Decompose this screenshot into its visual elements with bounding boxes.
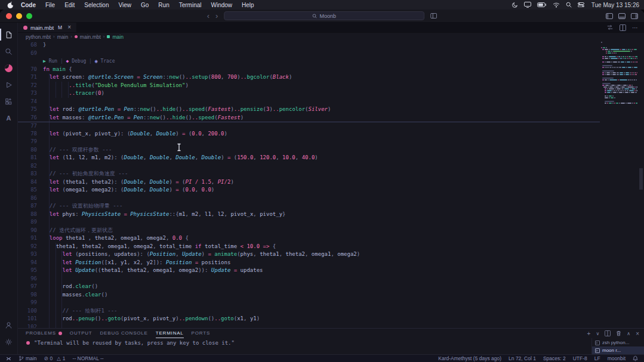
minimap-line	[601, 86, 637, 88]
line-number: 81	[18, 154, 43, 162]
menu-code[interactable]: Code	[16, 2, 41, 8]
line-number: 77	[18, 122, 43, 130]
spotlight-icon[interactable]	[566, 2, 572, 8]
toggle-panel-icon[interactable]	[618, 13, 625, 19]
split-editor-icon[interactable]	[620, 24, 626, 31]
menu-view[interactable]: View	[114, 2, 137, 8]
close-tab-icon[interactable]: ×	[67, 24, 71, 30]
control-center-icon[interactable]	[578, 2, 584, 7]
problems-status[interactable]: ⊘0 △1	[44, 355, 65, 361]
codelens-run[interactable]: Run	[46, 58, 57, 64]
sidebar-item-testing[interactable]: A	[0, 110, 18, 126]
terminal-list-item[interactable]: zsh python...	[592, 339, 644, 346]
code-row: 97rod.clear()	[18, 283, 600, 291]
tab-main-mbt[interactable]: main.mbt M ×	[18, 23, 77, 32]
minimize-window-button[interactable]	[16, 13, 22, 19]
breadcrumb-symbol[interactable]: main	[112, 34, 123, 40]
eol-status[interactable]: LF	[594, 355, 600, 361]
minimap-line	[601, 78, 637, 79]
editor-scrollbar[interactable]	[638, 41, 644, 328]
activity-bar: A	[0, 23, 18, 354]
menu-terminal[interactable]: Terminal	[174, 2, 207, 8]
command-decoration-icon[interactable]	[26, 341, 30, 345]
panel-tab-output[interactable]: OUTPUT	[70, 329, 93, 338]
layout-grid-icon[interactable]	[430, 13, 437, 18]
settings-button[interactable]	[0, 334, 18, 349]
code-row: 93let (positions, updates): (Position, U…	[18, 250, 600, 259]
line-number: 72	[18, 82, 43, 90]
panel-tab-ports[interactable]: PORTS	[192, 329, 210, 338]
wifi-icon[interactable]	[553, 2, 560, 8]
panel-tab-debug-console[interactable]: DEBUG CONSOLE	[100, 329, 148, 338]
code-lines[interactable]: 68}69▶ Run | ◆ Debug | ◉ Trace70fn main …	[18, 41, 600, 328]
zoom-window-button[interactable]	[26, 13, 32, 19]
command-center-search[interactable]: Moonb	[224, 11, 424, 20]
code-row: 87// --- 设置初始物理量 ---	[18, 202, 600, 211]
maximize-panel-icon[interactable]: ∧	[627, 331, 630, 336]
breadcrumb-folder[interactable]: python.mbt	[26, 34, 51, 40]
code-row: 100// --- 绘制杆1 ---	[18, 307, 600, 315]
more-actions-icon[interactable]: ⋯	[632, 24, 638, 31]
toggle-secondary-sidebar-icon[interactable]	[631, 13, 638, 19]
toggle-sidebar-icon[interactable]	[606, 13, 613, 19]
minimap[interactable]	[600, 41, 638, 328]
menu-selection[interactable]: Selection	[79, 2, 113, 8]
menu-go[interactable]: Go	[136, 2, 153, 8]
symbol-function-icon	[107, 35, 110, 38]
sidebar-item-run-debug[interactable]	[0, 77, 18, 92]
display-icon[interactable]	[524, 2, 531, 8]
split-terminal-icon[interactable]	[605, 330, 611, 336]
battery-icon[interactable]	[537, 2, 547, 7]
git-blame-status[interactable]: Kard-Amethyst (5 days ago)	[438, 355, 501, 361]
codelens-debug[interactable]: Debug	[69, 58, 86, 64]
menu-window[interactable]: Window	[207, 2, 238, 8]
line-number: 76	[18, 114, 43, 122]
sidebar-item-extensions[interactable]	[0, 94, 18, 109]
remote-indicator[interactable]	[6, 356, 11, 361]
notifications-button[interactable]	[633, 355, 638, 361]
run-debug-icon	[4, 81, 13, 89]
scrollbar-thumb[interactable]	[639, 168, 643, 190]
menu-help[interactable]: Help	[237, 2, 259, 8]
tab-bar: main.mbt M × ⋯	[18, 23, 644, 33]
codelens-trace[interactable]: Trace	[98, 58, 115, 64]
kill-terminal-icon[interactable]	[616, 330, 621, 336]
nav-forward-icon[interactable]: ›	[215, 12, 218, 20]
macos-menubar: CodeFileEditSelectionViewGoRunTerminalWi…	[0, 0, 644, 10]
panel-tab-problems[interactable]: PROBLEMS	[26, 329, 62, 338]
compare-icon[interactable]	[606, 24, 614, 31]
terminal-list-item[interactable]: moon r...	[592, 346, 644, 354]
minimap-line	[601, 49, 637, 50]
close-panel-icon[interactable]: ×	[636, 330, 639, 337]
account-icon	[4, 321, 13, 330]
sidebar-item-moonbit[interactable]	[0, 60, 18, 76]
terminal-icon	[595, 348, 600, 353]
close-window-button[interactable]	[6, 13, 12, 19]
breadcrumb-file[interactable]: main.mbt	[80, 34, 101, 40]
apple-icon[interactable]	[5, 1, 16, 9]
menubar-items: CodeFileEditSelectionViewGoRunTerminalWi…	[16, 2, 259, 8]
sidebar-item-explorer[interactable]	[0, 27, 18, 42]
indentation-status[interactable]: Spaces: 2	[543, 355, 566, 361]
nav-back-icon[interactable]: ‹	[207, 12, 209, 20]
minimap-line	[601, 69, 637, 70]
menu-run[interactable]: Run	[153, 2, 174, 8]
cursor-position-status[interactable]: Ln 72, Col 1	[509, 355, 536, 361]
breadcrumb-package[interactable]: main	[57, 34, 68, 40]
menu-file[interactable]: File	[41, 2, 60, 8]
sidebar-item-search[interactable]	[0, 44, 18, 59]
language-mode-status[interactable]: moonbit	[608, 355, 625, 361]
menu-edit[interactable]: Edit	[60, 2, 79, 8]
terminal-dropdown-icon[interactable]: ∨	[596, 331, 599, 336]
gear-icon	[4, 338, 13, 346]
git-branch-status[interactable]: main	[19, 355, 36, 361]
encoding-status[interactable]: UTF-8	[573, 355, 587, 361]
accounts-button[interactable]	[0, 317, 18, 333]
code-row: 102	[18, 323, 600, 329]
menubar-clock[interactable]: Tue May 13 15:26	[590, 2, 639, 8]
focus-mode-icon[interactable]	[512, 2, 518, 8]
code-row: 83// --- 初始角度和角速度 ---	[18, 170, 600, 178]
panel-tab-terminal[interactable]: TERMINAL	[156, 329, 184, 338]
minimap-line	[601, 63, 637, 64]
new-terminal-icon[interactable]: +	[587, 330, 591, 337]
